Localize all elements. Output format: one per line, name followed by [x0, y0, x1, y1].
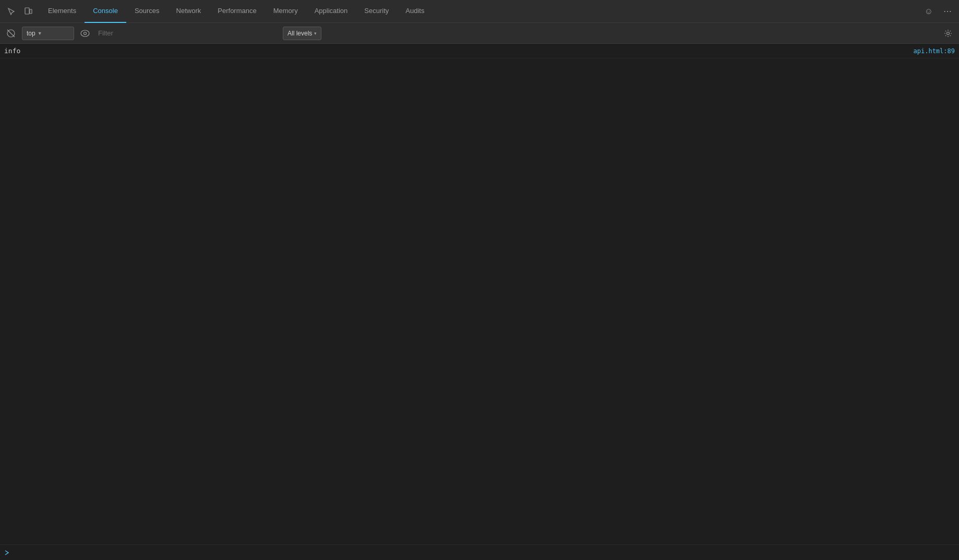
console-log-entry: info api.html:89 [0, 44, 959, 58]
tab-sources[interactable]: Sources [126, 0, 168, 23]
console-prompt-symbol [4, 550, 9, 555]
toolbar-right [941, 27, 955, 40]
gear-icon [944, 29, 952, 38]
device-icon [24, 7, 32, 16]
tab-elements[interactable]: Elements [40, 0, 85, 23]
svg-point-6 [947, 32, 950, 34]
inspect-element-button[interactable] [4, 4, 19, 19]
nav-icon-group [4, 4, 35, 19]
tab-application[interactable]: Application [306, 0, 356, 23]
svg-point-5 [84, 32, 87, 34]
live-expressions-button[interactable] [78, 27, 92, 40]
tab-audits[interactable]: Audits [397, 0, 433, 23]
log-source-link[interactable]: api.html:89 [914, 47, 955, 55]
console-settings-button[interactable] [941, 27, 955, 40]
console-output[interactable]: info api.html:89 [0, 44, 959, 544]
tab-security[interactable]: Security [356, 0, 397, 23]
log-levels-selector[interactable]: All levels ▾ [283, 27, 321, 40]
devtools-top-nav: Elements Console Sources Network Perform… [0, 0, 959, 23]
svg-rect-1 [30, 9, 32, 14]
tab-console[interactable]: Console [85, 0, 126, 23]
clear-icon [7, 29, 15, 38]
tab-memory[interactable]: Memory [265, 0, 306, 23]
eye-icon [80, 30, 90, 37]
levels-value: All levels [287, 30, 312, 37]
console-toolbar: top ▼ All levels ▾ [0, 23, 959, 44]
tab-network[interactable]: Network [168, 0, 210, 23]
levels-arrow: ▾ [314, 31, 317, 36]
device-mode-button[interactable] [21, 4, 35, 19]
svg-point-4 [81, 30, 89, 36]
context-selector[interactable]: top ▼ [22, 27, 74, 40]
svg-rect-0 [25, 8, 29, 14]
log-message: info [4, 47, 914, 55]
console-input-area [0, 544, 959, 560]
more-options-button[interactable]: ⋯ [940, 4, 955, 19]
console-main-area: info api.html:89 [0, 44, 959, 560]
filter-input[interactable] [96, 27, 279, 40]
context-value: top [27, 30, 35, 37]
context-arrow: ▼ [38, 31, 42, 36]
chevron-right-icon [4, 550, 9, 555]
nav-right-group: ☺ ⋯ [921, 4, 955, 19]
cursor-icon [7, 7, 16, 16]
tab-performance[interactable]: Performance [209, 0, 265, 23]
devtools-tabs: Elements Console Sources Network Perform… [40, 0, 921, 23]
clear-console-button[interactable] [4, 27, 18, 40]
console-repl-input[interactable] [13, 549, 955, 556]
feedback-button[interactable]: ☺ [921, 4, 936, 19]
